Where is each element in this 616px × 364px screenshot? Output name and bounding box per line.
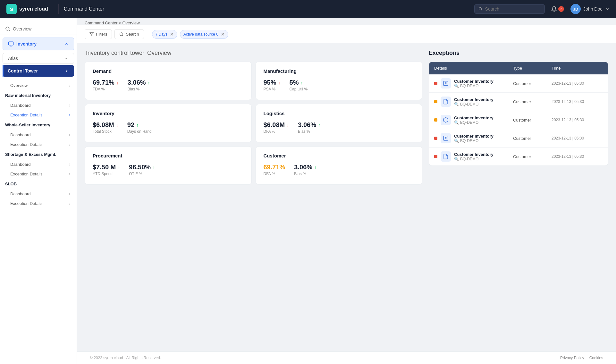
datasource-filter-tag[interactable]: Active data source 6 ✕ [180, 30, 228, 39]
nav-item-ws-exceptions[interactable]: Exception Details [3, 140, 74, 149]
nav-item-slob-exceptions[interactable]: Exception Details [3, 199, 74, 208]
col-details: Details [434, 66, 513, 71]
metric-total-stock: $6.08M ↓ Total Stock [93, 121, 118, 134]
sidebar-item-control-tower[interactable]: Control Tower [3, 65, 74, 77]
exception-detail: Customer Inventory 🔍 BQ-DEMO [434, 133, 513, 143]
atlas-dropdown[interactable]: Atlas [3, 53, 74, 64]
exception-row[interactable]: Customer Inventory 🔍 BQ-DEMO Customer 20… [429, 129, 608, 148]
exception-info: Customer Inventory 🔍 BQ-DEMO [454, 152, 494, 161]
card-logistics-metrics: $6.08M ↓ DFA % 3.06% ↑ Bias % [264, 121, 415, 134]
logo-icon: s [6, 4, 17, 14]
filters-button[interactable]: Filters [85, 29, 112, 39]
nav-section-slob[interactable]: SLOB [0, 179, 77, 189]
exception-source: 🔍 BQ-DEMO [454, 84, 494, 88]
dfa-logistics-value: $6.08M ↓ [264, 121, 289, 129]
nav-item-shortage-dashboard[interactable]: Dashboard [3, 160, 74, 169]
bell-icon [551, 6, 557, 12]
exception-row[interactable]: Customer Inventory 🔍 BQ-DEMO Customer 20… [429, 111, 608, 129]
exceptions-panel: Exceptions Details Type Time [429, 50, 608, 345]
exception-icon [441, 78, 451, 89]
exception-time: 2023-12-13 | 05:30 [552, 154, 603, 159]
exception-detail: Customer Inventory 🔍 BQ-DEMO [434, 151, 513, 162]
ytd-spend-label: YTD Spend [93, 172, 120, 176]
datasource-filter-close[interactable]: ✕ [221, 32, 225, 37]
nav-item-slob-dashboard[interactable]: Dashboard [3, 189, 74, 199]
card-customer: Customer 69.71% DFA % 3.06% [256, 146, 423, 185]
exceptions-table: Details Type Time Customer Inventory [429, 62, 608, 166]
fda-value: 69.71% ↓ [93, 79, 119, 86]
nav-section-wholeseller[interactable]: Whole-Seller Inventory [0, 120, 77, 130]
filters-label: Filters [96, 32, 107, 37]
days-filter-close[interactable]: ✕ [170, 32, 174, 37]
exception-detail: Customer Inventory 🔍 BQ-DEMO [434, 97, 513, 107]
exceptions-table-header: Details Type Time [429, 62, 608, 74]
notification-button[interactable]: 2 [551, 6, 564, 12]
col-type: Type [513, 66, 552, 71]
search-input[interactable] [485, 6, 541, 12]
breadcrumb-parent: Command Center [85, 21, 118, 25]
footer-privacy-link[interactable]: Privacy Policy [560, 356, 584, 360]
nav-item-overview[interactable]: Overview [3, 81, 74, 90]
exception-time: 2023-12-13 | 05:30 [552, 81, 603, 86]
dfa-logistics-trend-icon: ↓ [287, 123, 289, 128]
psa-trend-icon: ↓ [278, 80, 281, 85]
nav-raw-dashboard-label: Dashboard [10, 103, 31, 108]
exception-time: 2023-12-13 | 05:30 [552, 136, 603, 140]
filter-icon [89, 32, 94, 37]
exception-info: Customer Inventory 🔍 BQ-DEMO [454, 134, 494, 143]
exception-type: Customer [513, 118, 552, 123]
nav-section-raw-material[interactable]: Raw material Inventory [0, 90, 77, 100]
breadcrumb-current: Overview [122, 21, 139, 25]
nav-item-ws-dashboard[interactable]: Dashboard [3, 130, 74, 140]
search-icon [478, 7, 483, 11]
search-bar[interactable] [474, 4, 545, 14]
card-manufacturing: Manufacturing 95% ↓ PSA % [256, 62, 423, 100]
metric-bias-logistics: 3.06% ↑ Bias % [298, 121, 320, 134]
exception-row[interactable]: Customer Inventory 🔍 BQ-DEMO Customer 20… [429, 74, 608, 93]
card-inventory-title: Inventory [93, 111, 244, 116]
nav-item-raw-exceptions[interactable]: Exception Details [3, 110, 74, 120]
exception-row[interactable]: Customer Inventory 🔍 BQ-DEMO Customer 20… [429, 148, 608, 165]
nav-item-shortage-exceptions[interactable]: Exception Details [3, 169, 74, 179]
main-layout: Overview Inventory Atlas Control Tower O… [0, 18, 616, 364]
otif-label: OTIF % [129, 172, 155, 176]
days-on-hand-label: Days on Hand [127, 129, 152, 134]
brand-logo: s syren cloud [6, 4, 48, 14]
chevron-right-icon [68, 192, 72, 196]
nav-item-raw-dashboard[interactable]: Dashboard [3, 101, 74, 110]
chevron-right-icon [68, 104, 72, 107]
nav-shortage-dashboard-label: Dashboard [10, 162, 31, 167]
exception-icon [441, 151, 451, 162]
brand-name: syren cloud [19, 6, 48, 12]
content-area: Inventory control tower Overview Demand … [77, 43, 616, 351]
cards-grid: Demand 69.71% ↓ FDA % [85, 62, 422, 185]
search-toolbar-button[interactable]: Search [114, 29, 144, 39]
card-inventory: Inventory $6.08M ↓ Total Stock [85, 104, 252, 142]
nav-section-shortage[interactable]: Shortage & Excess Mgmt. [0, 149, 77, 159]
days-on-hand-trend-icon: ↑ [136, 123, 139, 128]
slob-title: SLOB [5, 182, 17, 186]
svg-point-4 [120, 32, 123, 35]
sidebar-item-inventory[interactable]: Inventory [3, 38, 74, 50]
exception-name: Customer Inventory [454, 152, 494, 157]
control-tower-label: Control Tower [8, 68, 38, 73]
nav-slob-dashboard-label: Dashboard [10, 191, 31, 196]
chevron-right-icon [68, 143, 72, 147]
metric-cap-util: 5% ↑ Cap.Util % [290, 79, 308, 91]
chevron-right-icon [68, 113, 72, 117]
footer-cookies-link[interactable]: Cookies [589, 356, 603, 360]
datasource-filter-label: Active data source 6 [183, 32, 218, 37]
nav-right: 2 JD John Doe [474, 4, 610, 14]
exception-source: 🔍 BQ-DEMO [454, 120, 494, 125]
user-menu-button[interactable]: JD John Doe [570, 4, 610, 14]
exception-indicator-red [434, 82, 437, 85]
bias-logistics-value: 3.06% ↑ [298, 121, 320, 129]
ytd-spend-value: $7.50 M ↑ [93, 164, 120, 171]
shortage-title: Shortage & Excess Mgmt. [5, 152, 56, 157]
days-filter-tag[interactable]: 7 Days ✕ [152, 30, 177, 39]
exception-indicator-orange [434, 118, 437, 122]
exception-row[interactable]: Customer Inventory 🔍 BQ-DEMO Customer 20… [429, 93, 608, 111]
main-content: Command Center > Overview Filters Search… [77, 18, 616, 364]
chevron-up-icon [64, 42, 69, 46]
sidebar-item-overview[interactable]: Overview [0, 23, 77, 35]
